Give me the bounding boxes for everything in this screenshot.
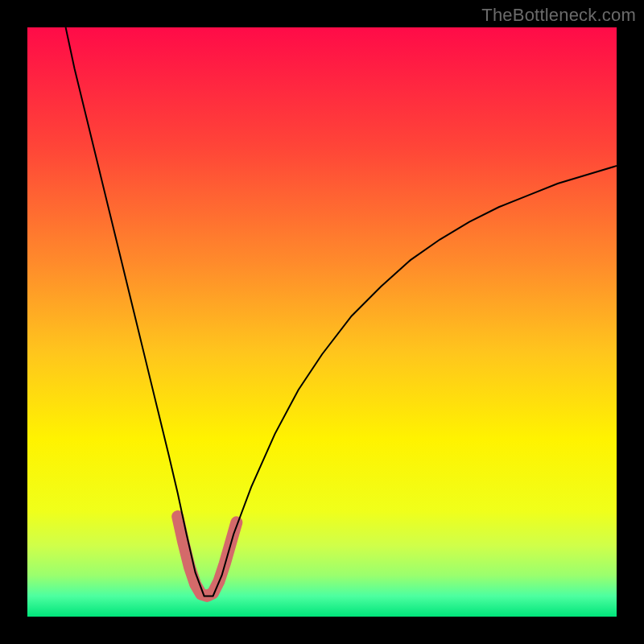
watermark-text: TheBottleneck.com (481, 5, 636, 26)
chart-plot-area (27, 27, 617, 617)
bottleneck-chart-svg (27, 27, 617, 617)
gradient-background (27, 27, 617, 617)
chart-frame: TheBottleneck.com (0, 0, 644, 644)
